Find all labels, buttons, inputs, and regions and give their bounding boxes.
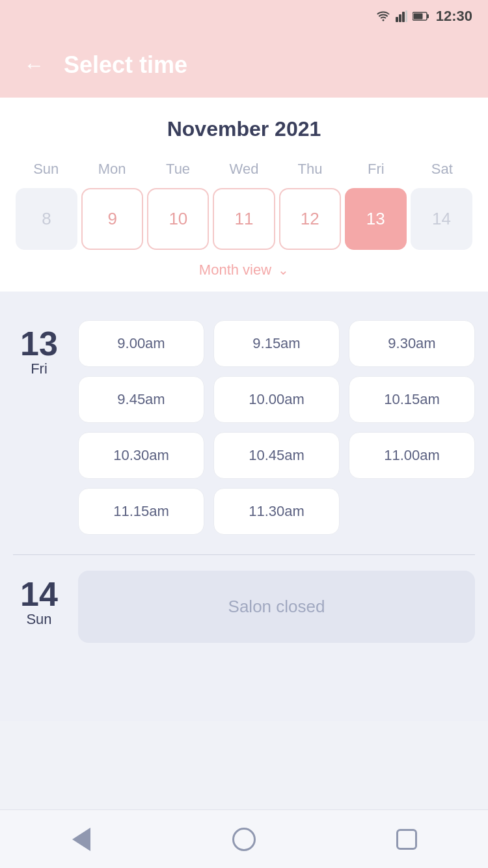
weekdays-row: Sun Mon Tue Wed Thu Fri Sat [13, 157, 475, 182]
slot-900am[interactable]: 9.00am [78, 320, 204, 367]
nav-recent-button[interactable] [387, 820, 426, 859]
slot-1030am[interactable]: 10.30am [78, 432, 204, 479]
slot-945am[interactable]: 9.45am [78, 376, 204, 423]
calendar-section: November 2021 Sun Mon Tue Wed Thu Fri Sa… [0, 98, 488, 292]
weekday-thu: Thu [277, 157, 343, 182]
weekday-fri: Fri [343, 157, 409, 182]
timeslots-section: 13 Fri 9.00am 9.15am 9.30am 9.45am 10.00… [0, 292, 488, 721]
day-name-13: Fri [31, 360, 47, 377]
weekday-sun: Sun [13, 157, 79, 182]
salon-closed-label: Salon closed [228, 597, 325, 616]
home-circle-icon [232, 828, 256, 851]
month-view-label: Month view [199, 262, 271, 278]
weekday-mon: Mon [79, 157, 144, 182]
slot-1045am[interactable]: 10.45am [213, 432, 340, 479]
calendar-days: 8 9 10 11 12 13 14 [13, 188, 475, 250]
slots-grid-13: 9.00am 9.15am 9.30am 9.45am 10.00am 10.1… [78, 320, 475, 535]
slot-1115am[interactable]: 11.15am [78, 488, 204, 535]
chevron-down-icon: ⌄ [278, 262, 289, 278]
day-label-14: 14 Sun [13, 571, 65, 628]
salon-closed-block: Salon closed [78, 571, 475, 643]
svg-rect-1 [399, 14, 401, 22]
svg-rect-3 [405, 10, 407, 22]
svg-rect-2 [402, 12, 405, 22]
day-row-13: 13 Fri 9.00am 9.15am 9.30am 9.45am 10.00… [13, 305, 475, 554]
svg-rect-0 [396, 17, 398, 22]
wifi-icon [376, 11, 390, 21]
day-11[interactable]: 11 [213, 188, 275, 250]
day-label-13: 13 Fri [13, 320, 65, 377]
battery-icon [413, 12, 429, 21]
bottom-nav [0, 809, 488, 868]
nav-back-button[interactable] [62, 820, 101, 859]
recent-square-icon [396, 829, 417, 850]
slot-1000am[interactable]: 10.00am [213, 376, 340, 423]
slot-1015am[interactable]: 10.15am [349, 376, 475, 423]
weekday-sat: Sat [409, 157, 475, 182]
nav-home-button[interactable] [224, 820, 264, 859]
app-header: ← Select time [0, 33, 488, 98]
slot-1130am[interactable]: 11.30am [213, 488, 340, 535]
status-icons [376, 10, 429, 22]
day-name-14: Sun [26, 611, 51, 628]
back-triangle-icon [72, 828, 90, 851]
day-8[interactable]: 8 [16, 188, 77, 250]
status-bar: 12:30 [0, 0, 488, 33]
weekday-tue: Tue [145, 157, 211, 182]
day-row-14: 14 Sun Salon closed [13, 555, 475, 662]
day-10[interactable]: 10 [147, 188, 209, 250]
month-year: November 2021 [13, 117, 475, 141]
weekday-wed: Wed [211, 157, 277, 182]
day-14[interactable]: 14 [411, 188, 472, 250]
svg-rect-5 [427, 14, 429, 18]
day-13[interactable]: 13 [345, 188, 407, 250]
slot-915am[interactable]: 9.15am [213, 320, 340, 367]
day-12[interactable]: 12 [279, 188, 341, 250]
slot-1100am[interactable]: 11.00am [349, 432, 475, 479]
day-number-14: 14 [20, 577, 58, 611]
month-view-toggle[interactable]: Month view ⌄ [13, 262, 475, 278]
day-9[interactable]: 9 [81, 188, 143, 250]
back-button[interactable]: ← [23, 55, 44, 75]
status-time: 12:30 [436, 8, 472, 25]
day-number-13: 13 [20, 327, 58, 360]
header-title: Select time [64, 51, 187, 79]
slot-930am[interactable]: 9.30am [349, 320, 475, 367]
svg-rect-6 [413, 14, 422, 20]
signal-icon [396, 10, 407, 22]
